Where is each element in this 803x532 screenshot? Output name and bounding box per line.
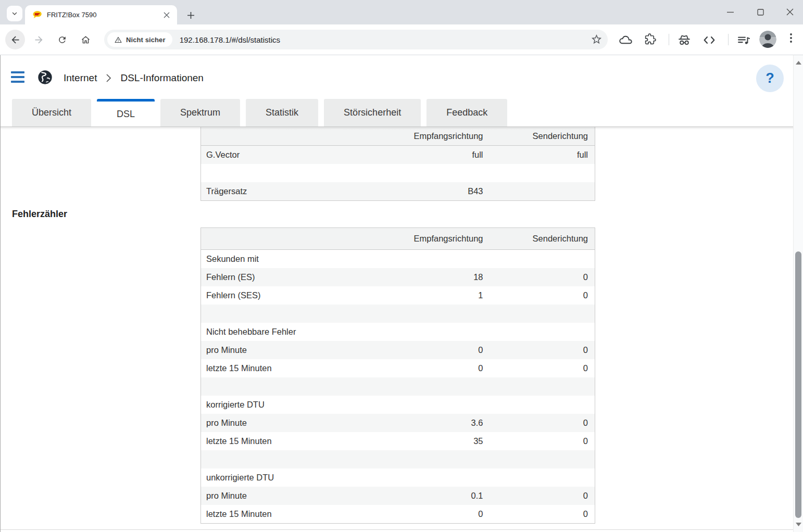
maximize-icon [757,9,764,16]
back-arrow-icon [10,34,21,45]
browser-tab-title: FRITZ!Box 7590 [47,11,162,19]
browser-titlebar: FRITZ!Box 7590 [0,0,803,24]
column-header-empfangsrichtung: Empfangsrichtung [406,127,484,146]
table-row: Fehlern (SES) 1 0 [201,286,595,305]
toolbar-divider [669,34,669,45]
table-row: pro Minute 0 0 [201,341,595,359]
playlist-extension-button[interactable] [736,33,751,47]
section-heading-fehlerzaehler: Fehlerzähler [12,209,67,220]
tab-feedback[interactable]: Feedback [426,99,507,126]
window-minimize-button[interactable] [721,4,739,20]
table-row: Fehlern (ES) 18 0 [201,268,595,286]
home-icon [80,34,91,45]
menu-hamburger-button[interactable] [11,71,24,83]
reload-button[interactable] [52,30,72,49]
incognito-extension-button[interactable] [677,33,692,47]
back-button[interactable] [5,30,25,49]
tab--bersicht[interactable]: Übersicht [12,99,91,126]
tab-dsl[interactable]: DSL [97,99,155,126]
table-header-row: Empfangsrichtung Senderichtung [201,127,595,146]
toolbar-divider [728,34,729,45]
site-security-chip[interactable]: Nicht sicher [107,32,172,47]
table-row: unkorrigierte DTU [201,468,595,487]
security-label: Nicht sicher [126,36,166,44]
forward-button[interactable] [29,30,48,49]
table-row: letzte 15 Minuten 35 0 [201,432,595,450]
code-brackets-icon [702,33,717,47]
table-row: G.Vector full full [201,146,595,164]
browser-menu-button[interactable] [785,31,797,45]
column-header-senderichtung: Senderichtung [484,127,595,146]
table-row [201,450,595,468]
scroll-down-arrow[interactable] [795,521,802,528]
chevron-down-icon [11,10,18,17]
scrollbar-thumb[interactable] [795,251,801,518]
forward-arrow-icon [33,34,44,45]
help-question-mark: ? [766,70,774,86]
star-icon [591,33,603,45]
browser-window: FRITZ!Box 7590 [0,0,803,532]
header-divider [1,126,793,127]
fritz-tab-bar: Übersicht DSL Spektrum Statistik Störsic… [12,99,507,126]
tab-search-button[interactable] [7,6,22,21]
minimize-icon [727,9,734,16]
profile-avatar[interactable] [759,31,776,48]
kebab-menu-icon [785,31,797,45]
page-viewport: Internet DSL-Informationen ? Übersicht D… [0,55,803,532]
tab-statistik[interactable]: Statistik [246,99,318,126]
fritzbox-favicon [32,10,42,19]
column-header-senderichtung: Senderichtung [484,228,595,250]
table-row: letzte 15 Minuten 0 0 [201,359,595,377]
code-extension-button[interactable] [702,33,717,47]
cloud-icon [619,33,633,47]
window-bottom-edge [1,529,793,530]
new-tab-button[interactable] [184,8,197,22]
vertical-scrollbar[interactable] [793,55,803,532]
cloud-extension-button[interactable] [619,33,633,47]
table-row: pro Minute 3.6 0 [201,414,595,432]
puzzle-icon [644,33,657,46]
table-row: Sekunden mit [201,250,595,269]
help-button[interactable]: ? [756,65,784,92]
scroll-up-arrow[interactable] [795,59,802,66]
url-text: 192.168.178.1/#/dsl/statistics [180,35,280,44]
table-row [201,164,595,182]
tab-close-button[interactable] [162,10,171,19]
error-counters-table: Empfangsrichtung Senderichtung Sekunden … [200,227,595,524]
avatar-photo [759,31,776,48]
chevron-right-icon [106,73,111,83]
browser-toolbar: Nicht sicher 192.168.178.1/#/dsl/statist… [0,24,803,55]
browser-tab[interactable]: FRITZ!Box 7590 [25,5,177,24]
table-header-row: Empfangsrichtung Senderichtung [201,228,595,250]
table-row [201,305,595,323]
window-close-button[interactable] [781,4,799,20]
window-maximize-button[interactable] [751,4,769,20]
breadcrumb: Internet DSL-Informationen [64,72,204,84]
tab-spektrum[interactable]: Spektrum [160,99,240,126]
table-row: korrigierte DTU [201,396,595,414]
address-bar[interactable]: Nicht sicher 192.168.178.1/#/dsl/statist… [104,30,608,49]
dsl-parameters-table: Empfangsrichtung Senderichtung G.Vector … [200,127,595,201]
home-button[interactable] [76,30,95,49]
plus-icon [187,11,195,19]
bookmark-star-button[interactable] [591,33,603,45]
fritz-page-header: Internet DSL-Informationen ? Übersicht D… [1,55,793,126]
internet-globe-icon [37,69,53,85]
close-icon [164,12,170,18]
reload-icon [57,35,67,45]
warning-triangle-icon [114,36,122,44]
breadcrumb-current: DSL-Informationen [120,72,203,84]
breadcrumb-internet[interactable]: Internet [64,72,97,84]
table-row: Trägersatz B43 [201,182,595,201]
table-row [201,377,595,396]
playlist-music-icon [736,33,751,47]
hat-glasses-icon [677,33,692,47]
tab-st-rsicherheit[interactable]: Störsicherheit [324,99,421,126]
close-icon [786,8,794,16]
extensions-puzzle-button[interactable] [644,33,657,46]
table-row: pro Minute 0.1 0 [201,487,595,505]
table-row: Nicht behebbare Fehler [201,323,595,341]
column-header-empfangsrichtung: Empfangsrichtung [406,228,484,250]
table-row: letzte 15 Minuten 0 0 [201,505,595,524]
